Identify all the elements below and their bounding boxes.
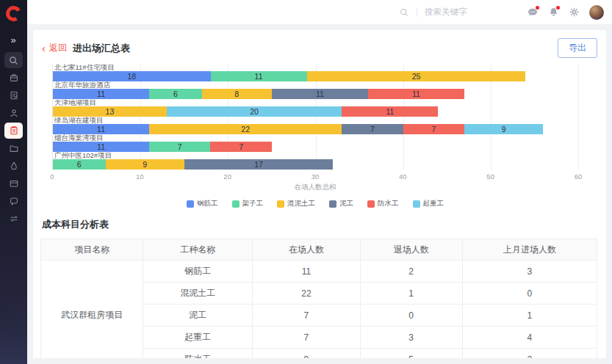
settings-button[interactable] <box>566 4 582 21</box>
table-cell: 5 <box>360 349 462 359</box>
bar-segment[interactable]: 25 <box>307 71 526 81</box>
back-label: 返回 <box>49 42 67 54</box>
legend-item[interactable]: 起重工 <box>413 199 444 208</box>
bar-segment[interactable]: 22 <box>149 124 342 134</box>
table-cell: 防水工 <box>143 349 253 359</box>
content-card: ‹ 返回 进出场汇总表 导出 北七家11#住宅项目181125北京年华旅游酒店1… <box>33 30 606 358</box>
bar-segment[interactable]: 7 <box>403 124 464 134</box>
stacked-bar-chart: 北七家11#住宅项目181125北京年华旅游酒店11681111天津地湖项目13… <box>52 64 578 208</box>
brand-c-logo[interactable] <box>0 0 27 27</box>
table-cell: 11 <box>253 261 360 283</box>
sidebar-item-company[interactable] <box>4 70 23 86</box>
sidebar-item-materials[interactable] <box>4 158 23 174</box>
clipboard-icon <box>9 125 19 136</box>
content-area: ‹ 返回 进出场汇总表 导出 北七家11#住宅项目181125北京年华旅游酒店1… <box>27 24 612 364</box>
bar-segment[interactable]: 11 <box>53 142 149 152</box>
gridline <box>578 64 579 170</box>
table-cell: 起重工 <box>143 327 253 349</box>
sidebar-item-messages[interactable] <box>4 193 23 209</box>
bar-segment[interactable]: 11 <box>368 89 464 99</box>
sidebar-item-records-active[interactable] <box>4 123 23 139</box>
bar-segment[interactable]: 6 <box>53 159 106 170</box>
search-icon <box>8 55 19 66</box>
legend-label: 架子工 <box>242 199 264 208</box>
bar-segment[interactable]: 11 <box>53 124 149 134</box>
topbar-icons <box>520 4 604 21</box>
x-tick-label: 0 <box>50 172 54 181</box>
bar-track: 181125 <box>53 71 578 81</box>
x-tick-label: 60 <box>575 172 583 181</box>
sidebar-item-billing[interactable] <box>4 175 23 192</box>
sidebar-item-search[interactable] <box>4 52 23 68</box>
table-cell: 1 <box>462 305 597 327</box>
bar-segment[interactable]: 18 <box>53 71 211 81</box>
legend-label: 泥工 <box>339 199 353 208</box>
table-header-cell: 在场人数 <box>253 239 360 261</box>
legend-swatch <box>329 200 336 208</box>
legend-item[interactable]: 防水工 <box>367 199 399 208</box>
notifications-button[interactable] <box>545 4 561 21</box>
chat-button[interactable] <box>525 4 541 21</box>
cost-analysis-table: 项目名称工种名称在场人数退场人数上月进场人数 武汉群租房项目钢筋工1123混泥土… <box>40 239 597 358</box>
legend-item[interactable]: 钢筋工 <box>187 199 218 208</box>
sidebar-item-report[interactable] <box>4 87 23 103</box>
table-cell: 2 <box>360 261 462 283</box>
bar-segment[interactable]: 7 <box>342 124 403 134</box>
table-project-cell: 武汉群租房项目 <box>41 261 143 359</box>
bar-label: 绿岛湖在建项目 <box>54 117 578 123</box>
table-title: 成本科目分析表 <box>42 218 597 231</box>
chevron-left-icon: ‹ <box>42 44 46 53</box>
sidebar-item-folder[interactable] <box>4 140 23 156</box>
bar-segment[interactable]: 9 <box>464 124 543 134</box>
sidebar-item-transfer[interactable] <box>4 211 23 227</box>
bar-segment[interactable]: 7 <box>149 142 210 152</box>
bar-label: 广州中医102#项目 <box>54 152 578 159</box>
x-tick-label: 30 <box>312 172 320 181</box>
message-icon <box>9 196 19 206</box>
bar-segment[interactable]: 13 <box>53 106 167 117</box>
sidebar-item-user[interactable] <box>4 105 23 121</box>
export-button[interactable]: 导出 <box>558 38 597 58</box>
back-link[interactable]: ‹ 返回 <box>42 42 67 54</box>
page-title: 进出场汇总表 <box>73 42 130 55</box>
chart-rows: 北七家11#住宅项目181125北京年华旅游酒店11681111天津地湖项目13… <box>53 64 578 170</box>
bar-segment[interactable]: 9 <box>106 159 184 170</box>
notifications-badge-dot <box>556 6 560 10</box>
x-axis-label: 在场人数总和 <box>52 183 578 192</box>
table-cell: 混泥土工 <box>143 283 253 305</box>
user-avatar[interactable] <box>589 5 604 20</box>
legend-swatch <box>232 200 240 208</box>
chart-row: 天津地湖项目132011 <box>53 99 578 117</box>
chart-row: 绿岛湖在建项目1122779 <box>53 117 578 134</box>
table-header-cell: 退场人数 <box>360 239 462 261</box>
legend-label: 混泥土工 <box>287 199 315 208</box>
legend-item[interactable]: 泥工 <box>329 199 353 208</box>
legend-item[interactable]: 混泥土工 <box>277 199 315 208</box>
x-axis-ticks: 0102030405060 <box>52 172 578 181</box>
legend-label: 起重工 <box>423 199 444 208</box>
bar-segment[interactable]: 17 <box>184 159 334 170</box>
bar-segment[interactable]: 11 <box>211 71 307 81</box>
legend-label: 钢筋工 <box>197 199 218 208</box>
sidebar-expand-button[interactable]: » <box>4 32 23 48</box>
bar-segment[interactable]: 7 <box>210 142 271 152</box>
chart-row: 北七家11#住宅项目181125 <box>53 64 578 81</box>
folder-icon <box>9 143 19 153</box>
x-tick-label: 50 <box>486 172 494 181</box>
legend-item[interactable]: 架子工 <box>232 199 264 208</box>
bar-segment[interactable]: 11 <box>53 89 149 99</box>
table-cell: 2 <box>462 349 597 359</box>
bar-segment[interactable]: 8 <box>202 89 272 99</box>
sidebar: » <box>0 0 27 364</box>
bar-segment[interactable]: 11 <box>272 89 368 99</box>
page-header: ‹ 返回 进出场汇总表 导出 <box>40 36 599 62</box>
bar-segment[interactable]: 6 <box>149 89 202 99</box>
global-search-input[interactable]: 搜索关键字 <box>399 7 489 18</box>
bar-track: 1122779 <box>53 124 578 134</box>
bar-segment[interactable]: 11 <box>342 106 438 117</box>
table-cell: 泥工 <box>143 305 253 327</box>
bar-label: 天津地湖项目 <box>54 99 578 106</box>
bar-segment[interactable]: 20 <box>167 106 342 117</box>
chart-legend: 钢筋工架子工混泥土工泥工防水工起重工 <box>52 199 578 208</box>
table-cell: 0 <box>360 305 462 327</box>
